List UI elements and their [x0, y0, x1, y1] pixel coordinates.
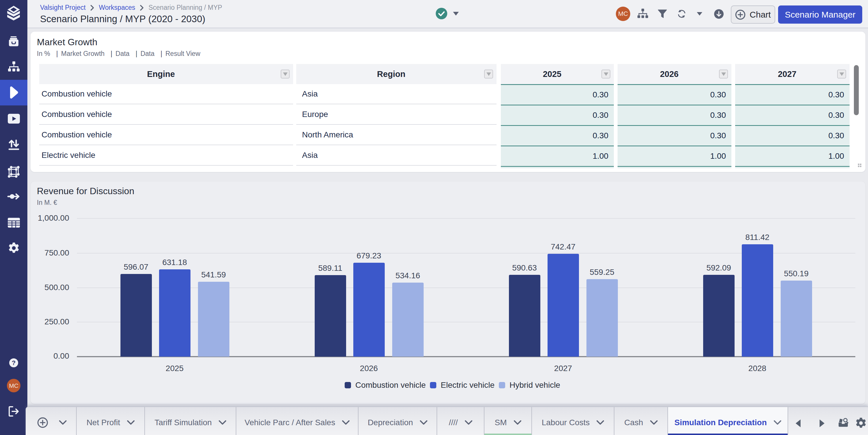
svg-text:?: ?: [12, 359, 16, 367]
